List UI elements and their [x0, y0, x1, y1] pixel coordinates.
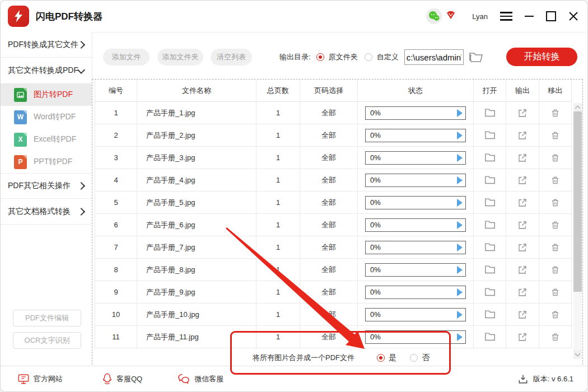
merge-no-radio[interactable] [410, 354, 418, 362]
add-file-button[interactable]: 添加文件 [103, 49, 150, 66]
trash-icon[interactable] [549, 174, 562, 186]
trash-icon[interactable] [549, 264, 562, 276]
play-icon[interactable] [457, 199, 463, 207]
open-folder-icon[interactable] [484, 197, 496, 209]
sidebar-section-other-to-pdf[interactable]: 其它文件转换成PDF [1, 58, 92, 83]
file-table-body: 1 产品手册_1.jpg 1 全部 0% 2 产品手册_2.jpg [95, 102, 572, 348]
export-icon[interactable] [516, 174, 529, 186]
open-folder-icon[interactable] [484, 107, 496, 119]
sidebar-section-pdf-to-other[interactable]: PDF转换成其它文件 [1, 32, 92, 58]
sidebar-item-word-to-pdf[interactable]: W Word转PDF [1, 106, 92, 128]
menu-button[interactable] [500, 11, 512, 22]
radio-original-folder[interactable] [316, 53, 324, 61]
minimize-button[interactable] [525, 11, 534, 22]
export-icon[interactable] [516, 264, 529, 276]
official-website-link[interactable]: 官方网站 [17, 374, 63, 385]
scroll-up-button[interactable] [573, 103, 582, 112]
merge-yes-label[interactable]: 是 [389, 353, 396, 363]
sidebar-section-pdf-ops[interactable]: PDF其它相关操作 [1, 173, 92, 199]
cell-range[interactable]: 全部 [300, 214, 358, 236]
pdf-edit-button[interactable]: PDF文件编辑 [13, 310, 81, 326]
open-folder-icon[interactable] [484, 331, 496, 343]
maximize-button[interactable] [546, 11, 556, 22]
username-label[interactable]: Lyan [472, 12, 488, 21]
trash-icon[interactable] [549, 286, 562, 298]
play-icon[interactable] [457, 109, 463, 117]
trash-icon[interactable] [549, 241, 562, 254]
trash-icon[interactable] [549, 129, 562, 142]
trash-icon[interactable] [549, 219, 562, 231]
cell-range[interactable]: 全部 [300, 326, 358, 348]
play-icon[interactable] [457, 154, 463, 162]
cell-range[interactable]: 全部 [300, 124, 358, 146]
export-icon[interactable] [516, 129, 529, 142]
export-icon[interactable] [516, 241, 529, 254]
wechat-support-link[interactable]: 微信客服 [177, 374, 223, 385]
merge-no-label[interactable]: 否 [422, 353, 430, 363]
cell-range[interactable]: 全部 [300, 192, 358, 213]
scrollbar-thumb[interactable] [573, 111, 582, 292]
cell-range[interactable]: 全部 [300, 236, 358, 258]
radio-custom-folder[interactable] [365, 53, 372, 61]
open-folder-icon[interactable] [484, 264, 496, 276]
open-folder-icon[interactable] [484, 129, 496, 142]
trash-icon[interactable] [549, 197, 562, 209]
export-icon[interactable] [516, 331, 529, 343]
clear-list-button[interactable]: 清空列表 [211, 49, 252, 66]
play-icon[interactable] [457, 176, 463, 184]
qq-support-link[interactable]: 客服QQ [102, 373, 142, 385]
trash-icon[interactable] [549, 331, 562, 343]
sidebar-section-other-formats[interactable]: 其它文档格式转换 [1, 199, 92, 225]
open-folder-icon[interactable] [484, 309, 496, 321]
open-folder-icon[interactable] [484, 219, 496, 231]
cell-range[interactable]: 全部 [300, 304, 358, 325]
close-button[interactable] [568, 11, 578, 22]
cell-range[interactable]: 全部 [300, 169, 358, 191]
sidebar-item-image-to-pdf[interactable]: 图片转PDF [1, 83, 92, 106]
progress-label: 0% [370, 198, 381, 207]
cell-range[interactable]: 全部 [300, 147, 358, 169]
add-folder-button[interactable]: 添加文件夹 [157, 49, 203, 66]
table-scrollbar[interactable] [573, 103, 582, 359]
sidebar-item-excel-to-pdf[interactable]: X Excel转PDF [1, 128, 92, 151]
start-convert-button[interactable]: 开始转换 [506, 48, 577, 66]
play-icon[interactable] [457, 288, 463, 296]
cell-range[interactable]: 全部 [300, 259, 358, 281]
trash-icon[interactable] [549, 107, 562, 119]
col-header-name: 文件名称 [137, 80, 256, 101]
play-icon[interactable] [457, 311, 463, 319]
cell-range[interactable]: 全部 [300, 102, 358, 124]
cell-pages: 1 [256, 304, 300, 325]
sidebar-item-ppt-to-pdf[interactable]: P PPT转PDF [1, 151, 92, 173]
export-icon[interactable] [516, 107, 529, 119]
ocr-button[interactable]: OCR文字识别 [13, 332, 81, 349]
cell-num: 3 [95, 147, 137, 169]
open-folder-icon[interactable] [484, 152, 496, 164]
export-icon[interactable] [516, 197, 529, 209]
trash-icon[interactable] [549, 309, 562, 321]
excel-file-icon: X [14, 133, 27, 147]
open-folder-icon[interactable] [484, 286, 496, 298]
merge-yes-radio[interactable] [377, 354, 385, 362]
play-icon[interactable] [457, 266, 463, 274]
play-icon[interactable] [457, 333, 463, 341]
radio-original-folder-label[interactable]: 原文件夹 [329, 52, 358, 62]
export-icon[interactable] [516, 309, 529, 321]
table-row: 7 产品手册_7.jpg 1 全部 0% [95, 236, 572, 259]
trash-icon[interactable] [549, 152, 562, 164]
radio-custom-folder-label[interactable]: 自定义 [377, 52, 399, 62]
play-icon[interactable] [457, 132, 463, 139]
play-icon[interactable] [457, 244, 463, 251]
export-icon[interactable] [516, 152, 529, 164]
open-folder-icon[interactable] [484, 241, 496, 254]
output-path-input[interactable] [404, 49, 464, 65]
export-icon[interactable] [516, 219, 529, 231]
export-icon[interactable] [516, 286, 529, 298]
browse-folder-icon[interactable] [468, 51, 485, 63]
scroll-down-button[interactable] [573, 350, 582, 359]
cell-range[interactable]: 全部 [300, 281, 358, 303]
vip-gem-icon[interactable] [445, 10, 456, 22]
open-folder-icon[interactable] [484, 174, 496, 186]
play-icon[interactable] [457, 221, 463, 229]
wechat-account-icon[interactable] [426, 8, 442, 24]
